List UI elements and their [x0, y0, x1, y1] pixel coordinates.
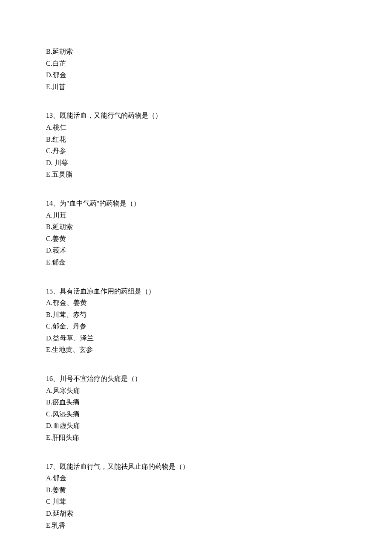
question-13: 13、既能活血，又能行气的药物是（） A.桃仁 B.红花 C.丹参 D. 川萼 … — [46, 110, 392, 180]
question-16: 16、川号不宜治疗的头痛是（） A.风寒头痛 B.瘀血头痛 C.风湿头痛 D.血… — [46, 373, 392, 443]
option-d: D.郁金 — [46, 70, 392, 81]
option-e: E.肝阳头痛 — [46, 432, 392, 443]
question-stem: 具有活血凉血作用的药组是（） — [60, 288, 155, 295]
option-a: A.郁金、姜黄 — [46, 297, 392, 308]
question-stem: 既能活血行气，又能祛风止痛的药物是（） — [60, 463, 189, 470]
question-text: 17、既能活血行气，又能祛风止痛的药物是（） — [46, 461, 392, 472]
question-17: 17、既能活血行气，又能祛风止痛的药物是（） A.郁金 B.姜黄 C 川茸 D.… — [46, 461, 392, 531]
option-b: B.川茸、赤芍 — [46, 309, 392, 320]
option-d: D.益母草、泽兰 — [46, 333, 392, 344]
partial-question-options: B.延胡索 C.白芷 D.郁金 E.川苜 — [46, 46, 392, 92]
option-e: E.生地黄、玄参 — [46, 344, 392, 355]
question-stem: 既能活血，又能行气的药物是（） — [60, 112, 162, 119]
question-stem: 为"血中气药"的药物是（） — [60, 200, 140, 207]
question-number: 13、 — [46, 112, 60, 119]
option-d: D.莪术 — [46, 245, 392, 256]
question-text: 15、具有活血凉血作用的药组是（） — [46, 286, 392, 297]
option-a: A.桃仁 — [46, 122, 392, 133]
option-c: C.丹参 — [46, 145, 392, 157]
question-number: 16、 — [46, 375, 60, 382]
option-d: D. 川萼 — [46, 157, 392, 169]
question-text: 16、川号不宜治疗的头痛是（） — [46, 373, 392, 384]
option-b: B.红花 — [46, 134, 392, 145]
option-e: E.川苜 — [46, 81, 392, 93]
question-15: 15、具有活血凉血作用的药组是（） A.郁金、姜黄 B.川茸、赤芍 C.郁金、丹… — [46, 286, 392, 356]
option-c: C.郁金、丹参 — [46, 321, 392, 332]
option-e: E.郁金 — [46, 257, 392, 268]
option-e: E.五灵脂 — [46, 169, 392, 180]
question-14: 14、为"血中气药"的药物是（） A.川茸 B.延胡索 C.姜黄 D.莪术 E.… — [46, 198, 392, 268]
option-a: A.风寒头痛 — [46, 385, 392, 396]
question-number: 17、 — [46, 463, 60, 470]
option-e: E.乳香 — [46, 520, 392, 531]
option-c: C 川茸 — [46, 496, 392, 507]
option-b: B.延胡索 — [46, 46, 392, 57]
option-c: C.姜黄 — [46, 233, 392, 244]
option-b: B.姜黄 — [46, 485, 392, 496]
option-d: D.血虚头痛 — [46, 420, 392, 431]
option-b: B.延胡索 — [46, 221, 392, 232]
question-text: 13、既能活血，又能行气的药物是（） — [46, 110, 392, 121]
question-text: 14、为"血中气药"的药物是（） — [46, 198, 392, 209]
option-a: A.郁金 — [46, 473, 392, 484]
option-c: C.白芷 — [46, 58, 392, 69]
question-stem: 川号不宜治疗的头痛是（） — [60, 375, 141, 382]
question-number: 15、 — [46, 288, 60, 295]
option-d: D.延胡索 — [46, 508, 392, 519]
option-b: B.瘀血头痛 — [46, 397, 392, 408]
option-a: A.川茸 — [46, 210, 392, 221]
option-c: C.风湿头痛 — [46, 409, 392, 420]
question-number: 14、 — [46, 200, 60, 207]
